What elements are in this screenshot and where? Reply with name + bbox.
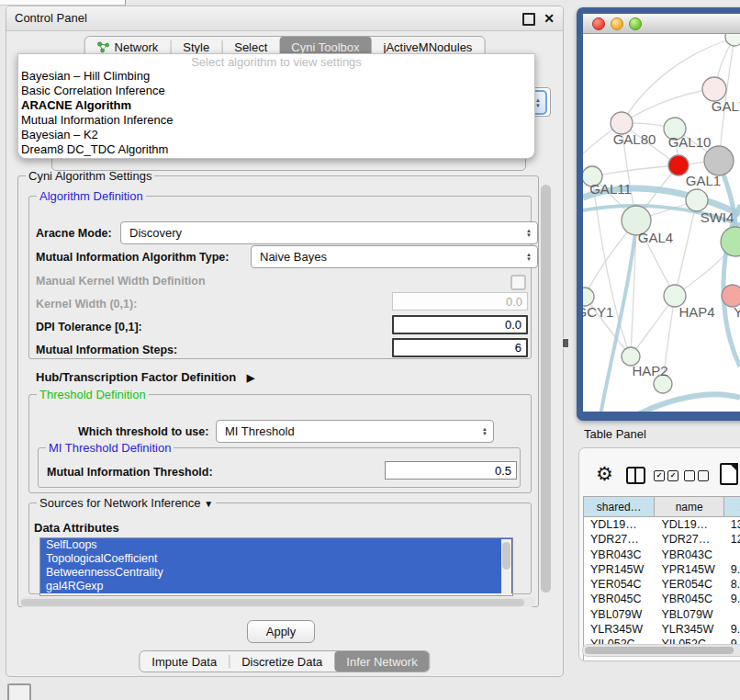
node-label: GAL7	[712, 98, 740, 114]
tab-label: Style	[183, 40, 209, 54]
table-cell: YBR045C	[584, 592, 655, 606]
tab-label: Select	[234, 40, 267, 54]
node-label: GCY1	[583, 304, 613, 320]
zoom-window-icon[interactable]	[629, 17, 642, 30]
group-title: Algorithm Definition	[37, 189, 146, 203]
dpi-tolerance-field[interactable]	[392, 315, 528, 334]
expanded-arrow-icon[interactable]: ▼	[204, 499, 213, 509]
table-cell	[724, 607, 740, 622]
tab-infer-network[interactable]: Infer Network	[334, 651, 429, 672]
settings-vertical-scrollbar[interactable]	[540, 177, 552, 605]
column-header[interactable]: name	[655, 497, 723, 517]
combobox-arrows-icon: ▲▼	[482, 427, 488, 436]
dropdown-item[interactable]: Dream8 DC_TDC Algorithm	[18, 142, 534, 157]
table-cell: YDR27…	[584, 532, 655, 547]
group-title: MI Threshold Definition	[46, 441, 174, 455]
network-node[interactable]	[721, 227, 740, 256]
network-graph[interactable]: GAL7GAL80GAL10GAL1GAL11SWI4GAL4GCY1HAP4Y…	[583, 34, 740, 412]
network-node[interactable]	[704, 146, 734, 175]
algorithm-dropdown-popup: Select algorithm to view settings Bayesi…	[17, 53, 535, 159]
column-layout-icon[interactable]	[626, 467, 645, 484]
mi-algorithm-type-label: Mutual Information Algorithm Type:	[36, 251, 229, 264]
settings-horizontal-scrollbar[interactable]	[19, 597, 535, 607]
mi-algorithm-type-combobox[interactable]: Naive Bayes ▲▼	[251, 245, 538, 268]
dropdown-item[interactable]: Mutual Information Inference	[18, 113, 534, 128]
minimize-window-icon[interactable]	[611, 17, 623, 30]
table-row[interactable]: YLR345WYLR345W9.	[584, 622, 740, 637]
mi-steps-field[interactable]	[392, 338, 528, 357]
node-label: GAL1	[686, 173, 721, 188]
combobox-arrows-icon: ▲▼	[526, 229, 532, 238]
table-row[interactable]: YER054CYER054C8.	[584, 577, 740, 592]
table-cell: 9.	[724, 622, 740, 637]
manual-kernel-label: Manual Kernel Width Definition	[36, 275, 206, 288]
gear-icon[interactable]: ⚙	[596, 464, 613, 483]
network-window-titlebar[interactable]	[583, 14, 740, 34]
combobox-arrows-icon: ▲▼	[526, 253, 532, 262]
column-header[interactable]: shared…	[584, 497, 655, 517]
dropdown-item[interactable]: Basic Correlation Inference	[18, 84, 534, 98]
node-label: HAP2	[632, 363, 667, 378]
partial-panel-corner	[7, 683, 31, 700]
hub-section-toggle[interactable]: Hub/Transcription Factor Definition ▶	[36, 370, 254, 384]
list-vertical-scrollbar[interactable]	[501, 539, 511, 594]
network-node-gcy1[interactable]	[583, 288, 594, 306]
table-cell: YDL19…	[584, 517, 655, 532]
float-panel-icon[interactable]	[522, 13, 535, 26]
aracne-mode-combobox[interactable]: Discovery ▲▼	[120, 221, 538, 244]
node-label: HAP4	[678, 304, 714, 320]
which-threshold-combobox[interactable]: MI Threshold ▲▼	[216, 420, 494, 443]
dropdown-item[interactable]: Bayesian – Hill Climbing	[18, 69, 534, 84]
dropdown-item[interactable]: Bayesian – K2	[18, 128, 534, 142]
manual-kernel-checkbox[interactable]	[510, 275, 526, 290]
node-table: shared…nameA YDL19…YDL19…13YDR27…YDR27…1…	[583, 496, 740, 660]
network-canvas[interactable]: GAL7GAL80GAL10GAL1GAL11SWI4GAL4GCY1HAP4Y…	[583, 34, 740, 412]
mi-threshold-field[interactable]	[385, 461, 517, 480]
table-cell: 9.	[724, 562, 740, 577]
attribute-list-item[interactable]: BetweennessCentrality	[40, 566, 512, 580]
attribute-list-item[interactable]: gal4RGexp	[40, 580, 512, 593]
which-threshold-value: MI Threshold	[225, 424, 295, 438]
table-cell: YLR345W	[655, 622, 723, 637]
node-label: GAL10	[668, 134, 712, 150]
tab-discretize-data[interactable]: Discretize Data	[230, 651, 334, 672]
new-table-icon[interactable]	[720, 463, 738, 485]
close-window-icon[interactable]	[592, 17, 605, 30]
deselect-all-icon[interactable]	[684, 470, 709, 481]
network-node[interactable]	[725, 34, 740, 46]
close-panel-icon[interactable]: ✕	[544, 6, 555, 30]
select-all-icon[interactable]: ✓✓	[654, 470, 678, 481]
table-header-row: shared…nameA	[584, 497, 740, 517]
table-row[interactable]: YBL079WYBL079W	[584, 607, 740, 622]
node-label: SWI4	[701, 209, 734, 225]
kernel-width-label: Kernel Width (0,1):	[36, 298, 137, 310]
sources-group-title[interactable]: Sources for Network Inference ▼	[37, 496, 216, 510]
collapsed-arrow-icon[interactable]: ▶	[247, 372, 254, 383]
table-row[interactable]: YBR043CYBR043C	[584, 548, 740, 562]
network-edge[interactable]	[592, 165, 678, 176]
attribute-list-item[interactable]: SelfLoops	[40, 538, 512, 552]
network-edge-highlighted[interactable]	[627, 394, 740, 412]
dropdown-item[interactable]: ARACNE Algorithm	[18, 98, 534, 113]
panel-title: Control Panel	[15, 6, 87, 30]
table-horizontal-scrollbar[interactable]	[582, 644, 740, 657]
tab-label: Cyni Toolbox	[291, 40, 359, 54]
node-label: Y	[734, 304, 740, 320]
tab-impute-data[interactable]: Impute Data	[140, 651, 229, 672]
network-node-swi4[interactable]	[686, 189, 708, 211]
table-row[interactable]: YBR045CYBR045C9.	[584, 592, 740, 606]
attribute-list-item[interactable]: TopologicalCoefficient	[40, 552, 512, 566]
table-row[interactable]: YDR27…YDR27…12	[584, 532, 740, 547]
table-row[interactable]: YDL19…YDL19…13	[584, 517, 740, 532]
data-attributes-list[interactable]: SelfLoopsTopologicalCoefficientBetweenne…	[39, 537, 513, 596]
network-edge[interactable]	[622, 89, 714, 123]
tab-label: jActiveMNodules	[384, 40, 473, 54]
table-toolbar: ⚙ ✓✓	[579, 448, 740, 494]
network-view-window: GAL7GAL80GAL10GAL1GAL11SWI4GAL4GCY1HAP4Y…	[577, 7, 740, 421]
table-cell: 13	[724, 517, 740, 532]
table-row[interactable]: YPR145WYPR145W9.	[584, 562, 740, 577]
apply-button[interactable]: Apply	[247, 620, 315, 643]
network-edge[interactable]	[592, 176, 631, 356]
mouse-cursor	[562, 338, 569, 348]
column-header[interactable]: A	[724, 497, 740, 517]
